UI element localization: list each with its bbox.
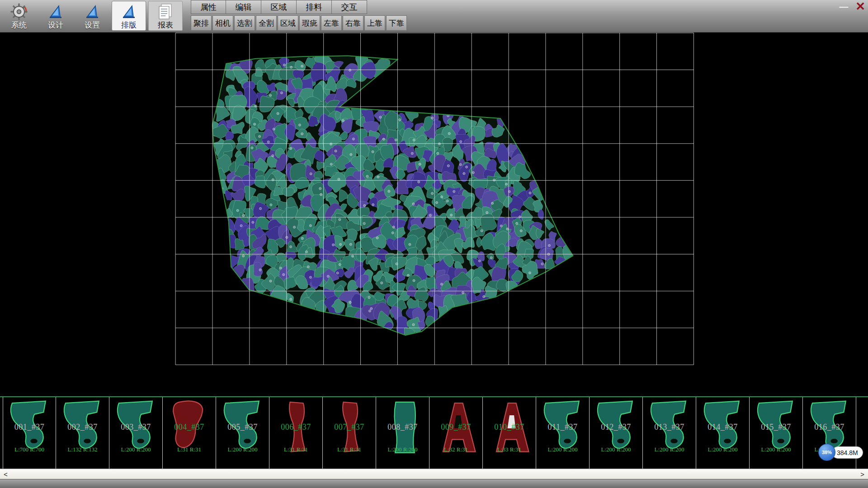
part-id-label: 016_#37 [803,422,856,432]
tool-button-3[interactable]: 全割 [256,15,277,31]
part-thumbnail[interactable]: 010_#37L:33 R:31 [483,397,536,469]
toolbar-button-nesting-sail[interactable]: 排版 [112,1,146,31]
toolbar-button-label: 排版 [121,21,137,29]
toolbar-button-label: 设计 [48,21,63,29]
tool-button-6[interactable]: 左靠 [321,15,342,31]
minimize-button[interactable]: — [839,2,848,11]
toolbar-button-label: 系统 [11,21,27,29]
part-lr-count: L:200 R:200 [696,446,749,453]
part-id-label: 002_#37 [56,422,109,432]
part-id-label: 004_#37 [163,422,216,432]
tool-button-7[interactable]: 右靠 [343,15,363,31]
nesting-canvas-area[interactable] [0,33,868,396]
part-id-label: 005_#37 [216,422,269,432]
app-window: 系统设计设置排版报表 属性编辑区域排料交互 聚排相机选割全割区域瑕疵左靠右靠上靠… [0,0,868,488]
part-thumbnail[interactable]: 015_#37L:200 R:200 [750,397,803,469]
tool-button-row: 聚排相机选割全割区域瑕疵左靠右靠上靠下靠 [191,15,407,31]
tool-button-8[interactable]: 上靠 [364,15,385,31]
part-lr-count: L:200 R:200 [376,446,429,453]
tool-button-0[interactable]: 聚排 [191,15,212,31]
part-thumbnail[interactable]: 005_#37L:200 R:200 [216,397,269,469]
part-thumbnail[interactable]: 007_#37L:31 R:31 [323,397,376,469]
window-bottom-frame [0,479,868,488]
part-lr-count: L:200 R:200 [590,446,642,453]
parts-strip: 001_#37L:700 R:700002_#37L:132 R:132003_… [0,396,868,469]
part-lr-count: L:700 R:700 [3,446,56,453]
horizontal-scrollbar[interactable]: < > [0,469,868,479]
toolbar-button-settings-sail[interactable]: 设置 [75,1,109,31]
main-toolbar-buttons: 系统设计设置排版报表 [2,1,183,32]
part-lr-count: L:200 R:200 [109,446,162,453]
part-thumbnail[interactable]: 011_#37L:200 R:200 [536,397,590,469]
tool-button-1[interactable]: 相机 [212,15,233,31]
part-lr-count: L:31 R:31 [323,446,376,453]
part-lr-count: L:31 R:31 [269,446,322,453]
menu-tab-3[interactable]: 排料 [297,0,332,14]
progress-value: 38% [822,450,832,455]
part-lr-count: L:200 R:200 [750,446,802,453]
close-button[interactable]: ✕ [855,0,865,12]
nesting-sail-icon [121,3,137,21]
part-lr-count: L:200 R:200 [643,446,696,453]
part-id-label: 014_#37 [696,422,749,432]
part-id-label: 015_#37 [750,422,802,432]
part-thumbnail[interactable]: 009_#37L:32 R:31 [429,397,483,469]
part-id-label: 008_#37 [376,422,429,432]
progress-indicator: 38% [818,444,835,461]
part-thumbnail[interactable]: 013_#37L:200 R:200 [643,397,696,469]
menu-tab-row: 属性编辑区域排料交互 [191,0,407,14]
part-id-label: 010_#37 [483,422,536,432]
report-doc-icon [158,3,173,21]
part-lr-count: L:200 R:200 [216,446,269,453]
part-id-label: 009_#37 [429,422,482,432]
window-controls: — ✕ [839,0,865,13]
gear-icon [10,3,28,21]
design-sail-icon [47,3,64,21]
settings-sail-icon [84,3,100,21]
part-lr-count: L:32 R:31 [429,446,482,453]
toolbar-button-label: 设置 [85,21,100,29]
part-thumbnail[interactable]: 012_#37L:200 R:200 [590,397,643,469]
scroll-right-button[interactable]: > [860,471,864,478]
part-id-label: 012_#37 [590,422,642,432]
part-lr-count: L:31 R:31 [163,446,216,453]
part-thumbnail[interactable]: 002_#37L:132 R:132 [56,397,109,469]
scroll-left-button[interactable]: < [4,471,8,478]
top-toolbar: 系统设计设置排版报表 属性编辑区域排料交互 聚排相机选割全割区域瑕疵左靠右靠上靠… [0,0,868,33]
menu-tab-1[interactable]: 编辑 [226,0,261,14]
toolbar-button-design-sail[interactable]: 设计 [38,1,73,31]
tool-button-4[interactable]: 区域 [278,15,298,31]
part-thumbnail[interactable]: 001_#37L:700 R:700 [3,397,56,469]
part-id-label: 001_#37 [3,422,56,432]
menu-tab-0[interactable]: 属性 [191,0,226,14]
toolbar-button-report-doc[interactable]: 报表 [148,1,183,31]
part-lr-count: L:200 R:200 [536,446,589,453]
part-thumbnail[interactable]: 004_#37L:31 R:31 [163,397,216,469]
part-thumbnail[interactable]: 006_#37L:31 R:31 [269,397,323,469]
part-thumbnail[interactable]: 014_#37L:200 R:200 [696,397,750,469]
menu-tab-4[interactable]: 交互 [332,0,367,14]
part-id-label: 007_#37 [323,422,376,432]
memory-badge: 384.8M [832,446,863,459]
toolbar-button-gear[interactable]: 系统 [2,1,36,31]
nesting-canvas-svg[interactable] [0,33,868,396]
part-id-label: 006_#37 [269,422,322,432]
tool-button-9[interactable]: 下靠 [386,15,407,31]
tool-button-5[interactable]: 瑕疵 [299,15,320,31]
memory-value: 384.8M [837,449,858,456]
toolbar-button-label: 报表 [158,21,173,29]
tool-button-2[interactable]: 选割 [234,15,255,31]
part-lr-count: L:33 R:31 [483,446,536,453]
part-lr-count: L:132 R:132 [56,446,109,453]
part-thumbnail[interactable]: 003_#37L:200 R:200 [109,397,163,469]
part-id-label: 013_#37 [643,422,696,432]
menu-tab-2[interactable]: 区域 [261,0,297,14]
part-id-label: 003_#37 [109,422,162,432]
part-id-label: 011_#37 [536,422,589,432]
part-thumbnail[interactable]: 008_#37L:200 R:200 [376,397,429,469]
ribbon-menu: 属性编辑区域排料交互 聚排相机选割全割区域瑕疵左靠右靠上靠下靠 [191,0,407,31]
